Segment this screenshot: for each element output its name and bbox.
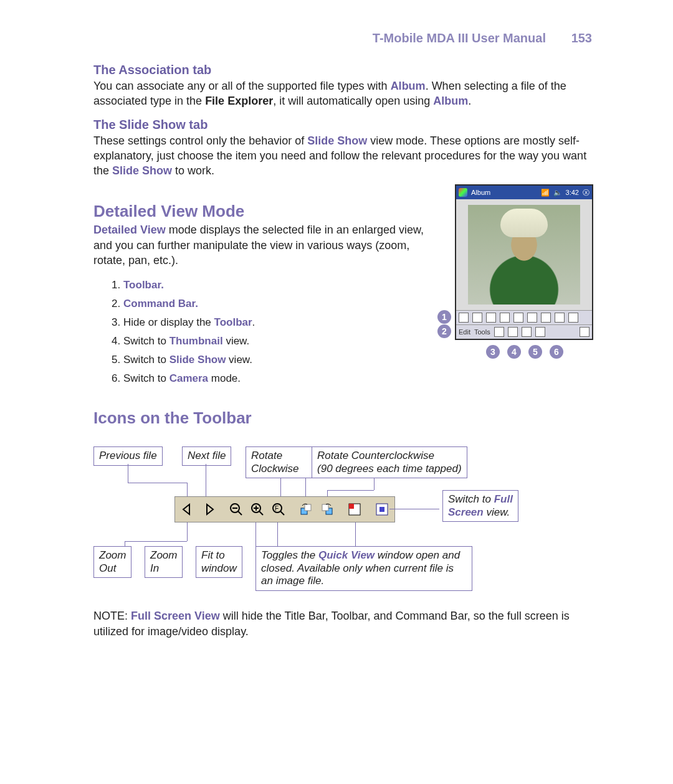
- toolbar-diagram: Previous file Next file RotateClockwise …: [93, 446, 592, 590]
- svg-text:F: F: [275, 505, 279, 512]
- detailed-view-list: Toolbar. Command Bar. Hide or display th…: [98, 279, 442, 385]
- callout-fullscreen: Switch to FullScreen view.: [442, 490, 518, 522]
- list-item: Switch to Camera mode.: [123, 372, 442, 385]
- rotate-cw-icon: [296, 499, 316, 519]
- photo-preview: [456, 199, 592, 310]
- badge-row: 3 4 5 6: [486, 345, 592, 359]
- prev-file-icon: [178, 499, 198, 519]
- zoom-in-icon: [247, 499, 267, 519]
- callout-next-file: Next file: [182, 446, 231, 465]
- doc-title: T-Mobile MDA III User Manual: [93, 31, 561, 45]
- svg-rect-13: [322, 504, 328, 511]
- quick-view-icon: [555, 313, 565, 323]
- fit-window-icon: F: [269, 499, 289, 519]
- phone-titlebar: Album 📶 🔈 3:42 ⓧ: [456, 186, 592, 199]
- list-item: Switch to Slide Show view.: [123, 354, 442, 366]
- next-icon: [472, 313, 482, 323]
- zoom-in-icon: [500, 313, 510, 323]
- next-file-icon: [199, 499, 219, 519]
- heading-slideshow: The Slide Show tab: [93, 118, 592, 132]
- windows-start-icon: [459, 188, 467, 197]
- heading-icons-toolbar: Icons on the Toolbar: [93, 409, 592, 428]
- fit-window-icon: [513, 313, 523, 323]
- cmd-tools: Tools: [474, 328, 490, 336]
- svg-line-1: [238, 511, 242, 515]
- callout-fit-window: Fit towindow: [196, 546, 242, 578]
- badge-3: 3: [486, 345, 500, 359]
- detailed-view-paragraph: Detailed View mode displays the selected…: [93, 222, 442, 268]
- note-paragraph: NOTE: Full Screen View will hide the Tit…: [93, 608, 592, 639]
- page-number: 153: [561, 31, 592, 45]
- heading-association: The Association tab: [93, 63, 592, 77]
- callout-prev-file: Previous file: [93, 446, 163, 465]
- zoom-out-icon: [486, 313, 496, 323]
- svg-rect-11: [305, 504, 311, 511]
- rotate-cw-icon: [527, 313, 537, 323]
- close-icon: ⓧ: [583, 188, 589, 197]
- phone-toolbar: [456, 310, 592, 324]
- svg-rect-15: [349, 504, 354, 509]
- toolbar-toggle-icon: [494, 327, 504, 337]
- page-header: T-Mobile MDA III User Manual 153: [93, 31, 592, 45]
- zoom-out-icon: [226, 499, 246, 519]
- phone-screenshot: Album 📶 🔈 3:42 ⓧ 1: [455, 184, 592, 359]
- phone-command-bar: Edit Tools: [456, 324, 592, 339]
- callout-quick-view: Toggles the Quick View window open and c…: [255, 546, 472, 590]
- phone-app-title: Album: [471, 189, 490, 196]
- cmd-edit: Edit: [459, 328, 470, 336]
- callout-zoom-out: ZoomOut: [93, 546, 131, 578]
- badge-6: 6: [550, 345, 563, 359]
- rotate-ccw-icon: [541, 313, 551, 323]
- svg-line-4: [259, 511, 263, 515]
- quick-view-toggle-icon: [345, 499, 365, 519]
- keyboard-icon: [580, 327, 589, 337]
- phone-time: 3:42: [566, 189, 579, 196]
- fullscreen-icon: [372, 499, 392, 519]
- speaker-icon: 🔈: [553, 189, 562, 197]
- list-item: Switch to Thumbnail view.: [123, 335, 442, 347]
- heading-detailed-view: Detailed View Mode: [93, 202, 442, 221]
- toolbar-strip: F: [174, 496, 395, 522]
- fullscreen-icon: [568, 313, 578, 323]
- slideshow-view-icon: [522, 327, 532, 337]
- callout-zoom-in: ZoomIn: [145, 546, 183, 578]
- list-item: Toolbar.: [123, 279, 442, 291]
- thumbnail-view-icon: [508, 327, 518, 337]
- list-item: Command Bar.: [123, 298, 442, 310]
- signal-icon: 📶: [541, 189, 550, 197]
- svg-rect-17: [379, 507, 384, 512]
- callout-rotate-ccw: Rotate Counterclockwise(90 degrees each …: [312, 446, 467, 478]
- rotate-ccw-icon: [317, 499, 337, 519]
- list-item: Hide or display the Toolbar.: [123, 316, 442, 329]
- svg-line-8: [280, 511, 284, 515]
- badge-4: 4: [507, 345, 521, 359]
- badge-1: 1: [437, 310, 451, 324]
- association-paragraph: You can associate any or all of the supp…: [93, 78, 592, 109]
- badge-2: 2: [437, 324, 451, 338]
- badge-5: 5: [528, 345, 542, 359]
- slideshow-paragraph: These settings control only the behavior…: [93, 133, 592, 179]
- camera-mode-icon: [535, 327, 545, 337]
- prev-icon: [459, 313, 469, 323]
- callout-rotate-cw: RotateClockwise: [246, 446, 313, 478]
